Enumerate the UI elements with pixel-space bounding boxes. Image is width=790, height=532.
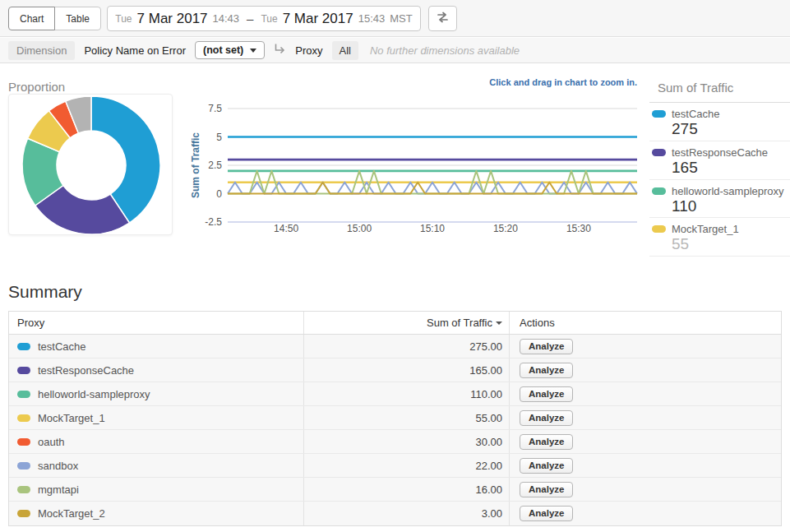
- legend-item[interactable]: MockTarget_1 55: [649, 218, 790, 257]
- table-row: mgmtapi 16.00 Analyze: [9, 478, 781, 502]
- legend-item-value: 275: [672, 120, 790, 139]
- column-header-sum-of-traffic[interactable]: Sum of Traffic: [303, 312, 509, 334]
- legend-items: testCache 275 testResponseCache 165 hell…: [649, 103, 790, 257]
- row-color-chip: [17, 510, 30, 517]
- legend-item-name: MockTarget_1: [672, 223, 739, 235]
- legend-item-value: 110: [672, 197, 790, 216]
- x-tick-label: 15:20: [493, 223, 518, 234]
- table-row: MockTarget_1 55.00 Analyze: [9, 406, 781, 430]
- end-day: Tue: [261, 13, 277, 25]
- row-proxy-name: mgmtapi: [38, 483, 79, 496]
- start-time: 14:43: [213, 12, 240, 25]
- donut-svg: [9, 95, 173, 236]
- row-value: 165.00: [469, 364, 502, 377]
- refresh-icon: [436, 11, 450, 26]
- top-toolbar: Chart Table Tue 7 Mar 2017 14:43 – Tue 7…: [0, 0, 790, 37]
- row-proxy-name: MockTarget_1: [38, 412, 105, 424]
- row-proxy-name: helloworld-sampleproxy: [38, 388, 150, 400]
- dropdown-value: (not set): [203, 44, 243, 56]
- row-value: 22.00: [475, 460, 502, 472]
- summary-title: Summary: [8, 282, 82, 302]
- start-date: 7 Mar 2017: [137, 11, 208, 27]
- row-color-chip: [17, 343, 30, 350]
- dimension-hint: No further dimensions available: [370, 44, 520, 57]
- legend-item-value: 165: [672, 159, 790, 178]
- row-proxy-name: oauth: [38, 436, 65, 448]
- legend-item-value: 55: [672, 235, 790, 254]
- tab-table[interactable]: Table: [54, 7, 101, 30]
- legend-color-chip: [652, 149, 666, 156]
- dimension-bar: Dimension Policy Name on Error (not set)…: [0, 38, 790, 63]
- row-proxy-name: MockTarget_2: [38, 507, 105, 520]
- end-date: 7 Mar 2017: [283, 11, 353, 27]
- legend-color-chip: [652, 110, 666, 118]
- date-range-picker[interactable]: Tue 7 Mar 2017 14:43 – Tue 7 Mar 2017 15…: [107, 6, 421, 31]
- refresh-button[interactable]: [428, 6, 457, 31]
- sub-dimension-name: Proxy: [295, 44, 322, 57]
- legend-item[interactable]: helloworld-sampleproxy 110: [649, 180, 790, 219]
- y-tick-label: 5: [216, 132, 222, 143]
- row-color-chip: [17, 414, 30, 422]
- view-toggle: Chart Table: [8, 7, 101, 30]
- analyze-button[interactable]: Analyze: [520, 434, 573, 450]
- legend-item[interactable]: testCache 275: [649, 103, 790, 141]
- analyze-button[interactable]: Analyze: [520, 458, 573, 474]
- legend-item-name: testResponseCache: [672, 146, 768, 159]
- row-proxy-name: testCache: [38, 340, 86, 353]
- analyze-button[interactable]: Analyze: [520, 410, 573, 426]
- sort-descending-icon: [496, 322, 502, 325]
- summary-table-body: testCache 275.00 Analyze testResponseCac…: [9, 335, 781, 525]
- analytics-dashboard: Chart Table Tue 7 Mar 2017 14:43 – Tue 7…: [0, 0, 790, 532]
- table-row: testCache 275.00 Analyze: [9, 335, 781, 359]
- legend-color-chip: [652, 225, 666, 233]
- line-chart-svg: 7.552.50-2.514:5015:0015:1015:2015:30Sum…: [191, 97, 639, 238]
- row-color-chip: [17, 486, 30, 493]
- analyze-button[interactable]: Analyze: [520, 363, 573, 378]
- table-row: oauth 30.00 Analyze: [9, 430, 781, 454]
- column-header-proxy: Proxy: [9, 312, 303, 334]
- chart-legend: Sum of Traffic testCache 275 testRespons…: [649, 77, 790, 257]
- row-color-chip: [17, 391, 30, 398]
- legend-item-name: testCache: [672, 108, 720, 120]
- analyze-button[interactable]: Analyze: [520, 386, 573, 402]
- row-value: 30.00: [475, 436, 502, 448]
- column-header-actions: Actions: [509, 312, 781, 334]
- y-tick-label: -2.5: [205, 216, 222, 228]
- legend-item[interactable]: testResponseCache 165: [649, 141, 790, 180]
- y-tick-label: 2.5: [208, 160, 222, 171]
- dimension-value-dropdown[interactable]: (not set): [195, 41, 265, 59]
- legend-title: Sum of Traffic: [649, 77, 790, 103]
- end-time: 15:43: [358, 12, 386, 25]
- row-value: 275.00: [469, 340, 502, 353]
- analyze-button[interactable]: Analyze: [520, 506, 573, 521]
- proportion-title: Proportion: [8, 80, 65, 94]
- x-tick-label: 14:50: [274, 223, 298, 234]
- sub-level-arrow-icon: [274, 43, 286, 58]
- table-row: testResponseCache 165.00 Analyze: [9, 359, 781, 382]
- table-row: MockTarget_2 3.00 Analyze: [9, 502, 781, 525]
- legend-color-chip: [652, 187, 666, 195]
- y-axis-label: Sum of Traffic: [191, 132, 201, 198]
- dimension-label: Dimension: [8, 41, 75, 60]
- analyze-button[interactable]: Analyze: [520, 339, 573, 354]
- legend-item-name: helloworld-sampleproxy: [672, 185, 784, 197]
- sub-dimension-filter[interactable]: All: [332, 41, 358, 60]
- date-separator: –: [247, 12, 253, 25]
- x-tick-label: 15:30: [566, 223, 591, 234]
- table-row: helloworld-sampleproxy 110.00 Analyze: [9, 382, 781, 406]
- row-value: 110.00: [470, 388, 502, 400]
- x-tick-label: 15:00: [347, 223, 372, 234]
- row-value: 55.00: [475, 412, 502, 424]
- tab-chart[interactable]: Chart: [8, 7, 55, 30]
- analyze-button[interactable]: Analyze: [520, 482, 573, 497]
- proportion-donut-chart: [8, 94, 173, 235]
- start-day: Tue: [115, 13, 132, 25]
- row-color-chip: [17, 462, 30, 470]
- table-row: sandbox 22.00 Analyze: [9, 454, 781, 478]
- summary-table: Proxy Sum of Traffic Actions testCache 2…: [8, 311, 782, 526]
- traffic-line-chart[interactable]: 7.552.50-2.514:5015:0015:1015:2015:30Sum…: [191, 97, 639, 238]
- row-proxy-name: sandbox: [38, 460, 78, 472]
- row-proxy-name: testResponseCache: [38, 364, 134, 377]
- chevron-down-icon: [250, 49, 256, 53]
- x-tick-label: 15:10: [420, 223, 445, 234]
